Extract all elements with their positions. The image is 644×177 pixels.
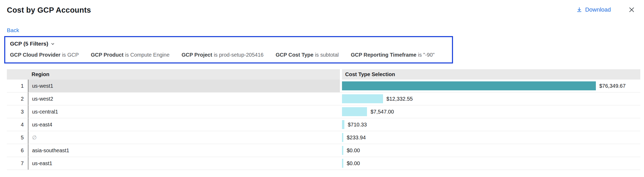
row-number: 2 xyxy=(7,92,28,105)
cost-bar-cell: $233.94 xyxy=(340,131,640,144)
download-button[interactable]: Download xyxy=(576,6,611,13)
cost-bar[interactable] xyxy=(342,146,343,155)
filter-field-label: GCP Project xyxy=(182,52,212,58)
filter-condition-label: is "-90" xyxy=(418,52,435,58)
cost-bar[interactable] xyxy=(342,81,596,90)
cost-table: Region Cost Type Selection 1 us-west1 $7… xyxy=(7,69,640,170)
filter-field-label: GCP Product xyxy=(91,52,123,58)
table-row[interactable]: 5 ∅ $233.94 xyxy=(7,131,640,144)
region-cell[interactable]: us-east4 xyxy=(28,118,340,131)
filter-summary-toggle[interactable]: GCP (5 Filters) xyxy=(10,41,447,47)
region-cell[interactable]: ∅ xyxy=(28,131,340,144)
filter-field-label: GCP Cloud Provider xyxy=(10,52,61,58)
page-title: Cost by GCP Accounts xyxy=(7,6,91,14)
region-cell[interactable]: us-west1 xyxy=(28,80,340,92)
cost-bar-cell: $0.00 xyxy=(340,157,640,170)
region-cell[interactable]: asia-southeast1 xyxy=(28,144,340,157)
cost-bar-cell: $0.00 xyxy=(340,144,640,157)
filter-field-label: GCP Reporting Timeframe xyxy=(351,52,416,58)
row-number: 6 xyxy=(7,144,28,157)
filter-condition-label: is GCP xyxy=(62,52,79,58)
topbar-actions: Download xyxy=(576,6,635,13)
filter-item-cost-type: GCP Cost Typeis subtotal xyxy=(276,52,339,58)
filter-field-label: GCP Cost Type xyxy=(276,52,314,58)
table-header: Region Cost Type Selection xyxy=(7,69,640,80)
table-row[interactable]: 4 us-east4 $710.33 xyxy=(7,118,640,131)
filter-item-project: GCP Projectis prod-setup-205416 xyxy=(182,52,263,58)
region-cell[interactable]: us-west2 xyxy=(28,92,340,105)
filter-item-reporting-timeframe: GCP Reporting Timeframeis "-90" xyxy=(351,52,434,58)
row-number: 1 xyxy=(7,80,28,92)
filter-item-product: GCP Productis Compute Engine xyxy=(91,52,169,58)
column-header-region[interactable]: Region xyxy=(7,69,340,80)
cost-bar[interactable] xyxy=(342,159,343,168)
chevron-down-icon xyxy=(51,42,55,46)
table-row[interactable]: 2 us-west2 $12,332.55 xyxy=(7,92,640,105)
filter-condition-label: is subtotal xyxy=(315,52,339,58)
cost-bar[interactable] xyxy=(342,133,343,142)
close-button[interactable] xyxy=(628,6,635,13)
download-icon xyxy=(576,7,582,13)
region-cell[interactable]: us-east1 xyxy=(28,157,340,170)
region-cell[interactable]: us-central1 xyxy=(28,105,340,118)
cost-bar-cell: $7,547.00 xyxy=(340,105,640,118)
cost-bar-cell: $710.33 xyxy=(340,118,640,131)
filter-panel: GCP (5 Filters) GCP Cloud Provideris GCP… xyxy=(4,36,453,63)
filter-summary-label: GCP (5 Filters) xyxy=(10,41,48,47)
row-number: 3 xyxy=(7,105,28,118)
filter-item-cloud-provider: GCP Cloud Provideris GCP xyxy=(10,52,79,58)
cost-value: $233.94 xyxy=(347,135,366,141)
cost-bar[interactable] xyxy=(342,120,344,129)
back-link[interactable]: Back xyxy=(7,27,19,33)
row-number: 4 xyxy=(7,118,28,131)
cost-value: $0.00 xyxy=(347,160,360,166)
cost-value: $7,547.00 xyxy=(370,109,394,115)
table-row[interactable]: 6 asia-southeast1 $0.00 xyxy=(7,144,640,157)
cost-value: $710.33 xyxy=(348,122,367,128)
cost-value: $12,332.55 xyxy=(386,96,413,102)
cost-bar-cell: $12,332.55 xyxy=(340,92,640,105)
row-number: 5 xyxy=(7,131,28,144)
table-row[interactable]: 3 us-central1 $7,547.00 xyxy=(7,105,640,118)
table-row[interactable]: 7 us-east1 $0.00 xyxy=(7,157,640,170)
row-number: 7 xyxy=(7,157,28,170)
table-row[interactable]: 1 us-west1 $76,349.67 xyxy=(7,80,640,92)
cost-bar-cell: $76,349.67 xyxy=(340,80,640,92)
close-icon xyxy=(628,6,635,13)
cost-value: $0.00 xyxy=(347,148,360,154)
filter-condition-label: is prod-setup-205416 xyxy=(214,52,264,58)
filter-item-list: GCP Cloud Provideris GCP GCP Productis C… xyxy=(10,52,447,58)
cost-bar[interactable] xyxy=(342,107,367,116)
cost-bar[interactable] xyxy=(342,94,383,103)
download-label: Download xyxy=(585,6,611,13)
cost-value: $76,349.67 xyxy=(599,83,626,89)
column-header-cost-type-selection[interactable]: Cost Type Selection xyxy=(342,69,640,80)
filter-condition-label: is Compute Engine xyxy=(125,52,169,58)
table-body: 1 us-west1 $76,349.67 2 us-west2 $12,332… xyxy=(7,80,640,170)
topbar: Cost by GCP Accounts Download xyxy=(0,0,644,14)
